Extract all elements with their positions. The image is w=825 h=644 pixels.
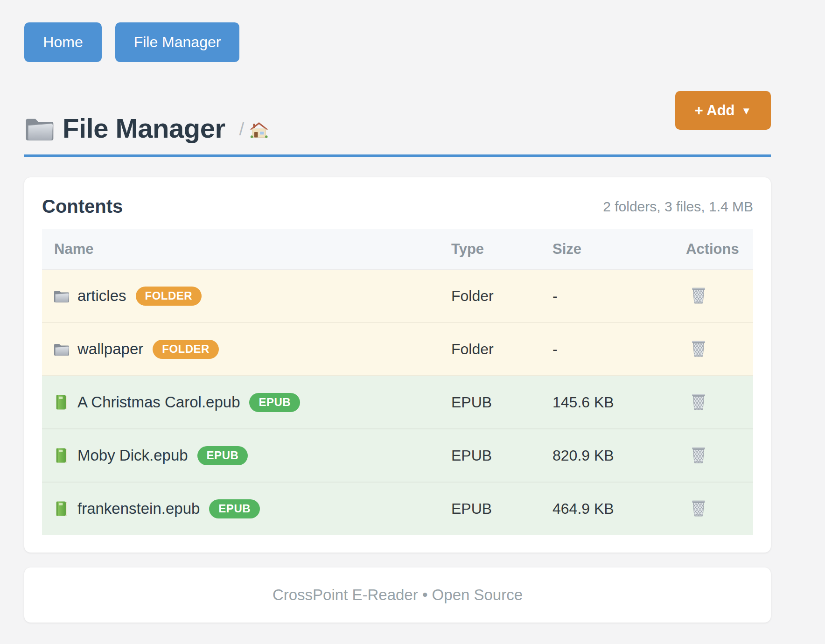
green-book-icon [53, 448, 70, 463]
column-header-actions: Actions [686, 229, 753, 269]
delete-button[interactable] [688, 336, 709, 360]
home-icon[interactable] [250, 121, 268, 138]
file-table: Name Type Size Actions articles FOLDER [42, 229, 753, 535]
card-header: Contents 2 folders, 3 files, 1.4 MB [42, 196, 753, 217]
size-cell: 464.9 KB [552, 482, 686, 535]
delete-button[interactable] [688, 283, 709, 307]
title-divider [24, 154, 771, 157]
title-group: File Manager / [24, 113, 268, 143]
size-cell: - [552, 269, 686, 322]
name-cell: articles FOLDER [42, 270, 451, 322]
footer: CrossPoint E-Reader • Open Source [24, 567, 771, 623]
caret-down-icon: ▼ [741, 105, 752, 117]
add-button[interactable]: + Add ▼ [675, 91, 771, 130]
trash-icon [690, 338, 707, 358]
folder-icon [24, 114, 55, 142]
epub-badge: EPUB [197, 446, 248, 465]
folder-name-link[interactable]: wallpaper [77, 340, 143, 358]
type-cell: EPUB [451, 429, 552, 482]
home-button[interactable]: Home [24, 22, 102, 62]
file-name-link[interactable]: A Christmas Carol.epub [77, 393, 240, 411]
name-cell: Moby Dick.epub EPUB [42, 429, 451, 482]
delete-button[interactable] [688, 443, 709, 466]
file-manager-button[interactable]: File Manager [115, 22, 239, 62]
table-row-articles: articles FOLDER Folder - [42, 269, 753, 322]
folder-icon [53, 341, 70, 357]
table-row-wallpaper: wallpaper FOLDER Folder - [42, 322, 753, 376]
file-name-link[interactable]: frankenstein.epub [77, 500, 200, 518]
column-header-name: Name [42, 229, 451, 269]
table-row-frankenstein: frankenstein.epub EPUB EPUB 464.9 KB [42, 482, 753, 535]
type-cell: EPUB [451, 482, 552, 535]
folder-badge: FOLDER [153, 340, 219, 359]
title-row: File Manager / + Add ▼ [24, 91, 771, 147]
name-cell: A Christmas Carol.epub EPUB [42, 376, 451, 428]
trash-icon [690, 285, 707, 305]
table-row-christmas-carol: A Christmas Carol.epub EPUB EPUB 145.6 K… [42, 376, 753, 429]
size-cell: - [552, 322, 686, 376]
name-cell: frankenstein.epub EPUB [42, 483, 451, 535]
size-cell: 820.9 KB [552, 429, 686, 482]
name-cell: wallpaper FOLDER [42, 323, 451, 375]
size-cell: 145.6 KB [552, 376, 686, 429]
epub-badge: EPUB [209, 499, 260, 518]
type-cell: Folder [451, 269, 552, 322]
trash-icon [690, 445, 707, 464]
type-cell: EPUB [451, 376, 552, 429]
top-nav: Home File Manager [24, 0, 771, 62]
type-cell: Folder [451, 322, 552, 376]
delete-button[interactable] [688, 390, 709, 413]
card-title: Contents [42, 196, 123, 217]
folder-badge: FOLDER [136, 287, 202, 306]
page-title: File Manager [63, 113, 225, 143]
folder-icon [53, 288, 70, 304]
trash-icon [690, 392, 707, 411]
add-button-label: + Add [695, 102, 735, 119]
column-header-type: Type [451, 229, 552, 269]
footer-text: CrossPoint E-Reader • Open Source [273, 586, 523, 604]
delete-button[interactable] [688, 496, 709, 519]
column-header-size: Size [552, 229, 686, 269]
file-name-link[interactable]: Moby Dick.epub [77, 447, 188, 464]
contents-card: Contents 2 folders, 3 files, 1.4 MB Name… [24, 177, 771, 553]
green-book-icon [53, 394, 70, 410]
page-content: Home File Manager File Manager / + Add ▼… [24, 0, 771, 623]
table-row-moby-dick: Moby Dick.epub EPUB EPUB 820.9 KB [42, 429, 753, 482]
green-book-icon [53, 501, 70, 517]
contents-summary: 2 folders, 3 files, 1.4 MB [603, 199, 753, 215]
trash-icon [690, 498, 707, 518]
breadcrumb-separator: / [239, 119, 245, 140]
table-header-row: Name Type Size Actions [42, 229, 753, 269]
folder-name-link[interactable]: articles [77, 287, 126, 305]
epub-badge: EPUB [249, 393, 300, 412]
